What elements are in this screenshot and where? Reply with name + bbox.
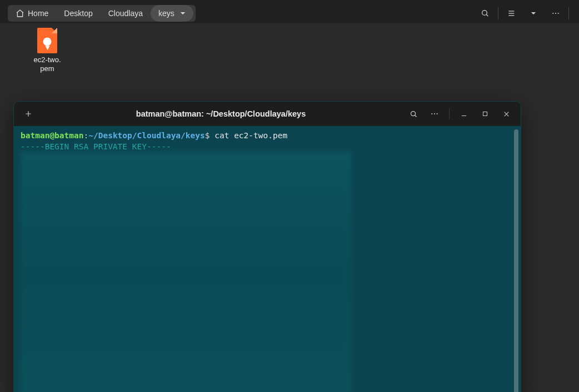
- svg-point-7: [558, 13, 559, 14]
- close-button[interactable]: [496, 105, 516, 122]
- file-manager-toolbar: Home Desktop Cloudlaya keys: [0, 0, 579, 23]
- certificate-file-icon: [37, 28, 57, 53]
- prompt-separator: :: [84, 131, 89, 140]
- file-icon: [22, 28, 72, 53]
- prompt-user: batman@batman: [21, 131, 84, 140]
- terminal-body[interactable]: batman@batman:~/Desktop/Cloudlaya/keys$ …: [14, 126, 521, 392]
- terminal-actions: [403, 105, 516, 122]
- maximize-button[interactable]: [475, 105, 495, 122]
- svg-point-14: [437, 113, 438, 114]
- svg-point-13: [434, 113, 435, 114]
- prompt-path: ~/Desktop/Cloudlaya/keys: [88, 131, 205, 140]
- terminal-scrollbar[interactable]: [514, 129, 518, 392]
- terminal-search-button[interactable]: [403, 105, 423, 122]
- svg-point-12: [431, 113, 432, 114]
- home-icon: [16, 9, 24, 18]
- breadcrumb: Home Desktop Cloudlaya keys: [8, 5, 196, 22]
- new-tab-button[interactable]: [18, 105, 38, 122]
- view-list-button[interactable]: [501, 5, 522, 22]
- terminal-window: batman@batman: ~/Desktop/Cloudlaya/keys: [13, 101, 521, 392]
- search-button[interactable]: [475, 5, 496, 22]
- view-menu-button[interactable]: [523, 5, 544, 22]
- file-label: ec2-two. pem: [22, 56, 72, 73]
- terminal-command: cat ec2-two.pem: [209, 131, 287, 140]
- svg-line-1: [486, 14, 488, 16]
- breadcrumb-item-label: Desktop: [64, 9, 92, 18]
- svg-point-0: [482, 11, 487, 16]
- breadcrumb-home-label: Home: [28, 9, 48, 18]
- file-item-pem[interactable]: ec2-two. pem: [22, 28, 72, 73]
- more-menu-button[interactable]: [545, 5, 566, 22]
- breadcrumb-item-label: Cloudlaya: [108, 9, 143, 18]
- terminal-output-line: -----BEGIN RSA PRIVATE KEY-----: [21, 142, 171, 151]
- breadcrumb-item-desktop[interactable]: Desktop: [56, 5, 100, 22]
- breadcrumb-item-cloudlaya[interactable]: Cloudlaya: [101, 5, 151, 22]
- terminal-title: batman@batman: ~/Desktop/Cloudlaya/keys: [38, 109, 403, 118]
- svg-point-6: [555, 13, 556, 14]
- folder-view[interactable]: ec2-two. pem batman@batman: ~/Desktop/Cl…: [0, 23, 579, 392]
- svg-point-10: [411, 111, 415, 115]
- breadcrumb-item-label: keys: [158, 9, 174, 18]
- svg-line-11: [415, 115, 416, 117]
- terminal-titlebar[interactable]: batman@batman: ~/Desktop/Cloudlaya/keys: [14, 102, 521, 126]
- toolbar-divider: [498, 7, 498, 19]
- toolbar-divider: [568, 7, 569, 19]
- terminal-output-redacted: [21, 152, 352, 392]
- toolbar-actions: [475, 5, 573, 22]
- chevron-down-icon: [180, 11, 186, 16]
- minimize-button[interactable]: [454, 105, 474, 122]
- terminal-menu-button[interactable]: [425, 105, 445, 122]
- certificate-badge-icon: [43, 37, 52, 46]
- svg-rect-16: [483, 112, 487, 116]
- breadcrumb-home[interactable]: Home: [8, 5, 56, 22]
- breadcrumb-item-keys[interactable]: keys: [151, 5, 193, 22]
- svg-point-5: [552, 13, 553, 14]
- terminal-divider: [449, 108, 450, 119]
